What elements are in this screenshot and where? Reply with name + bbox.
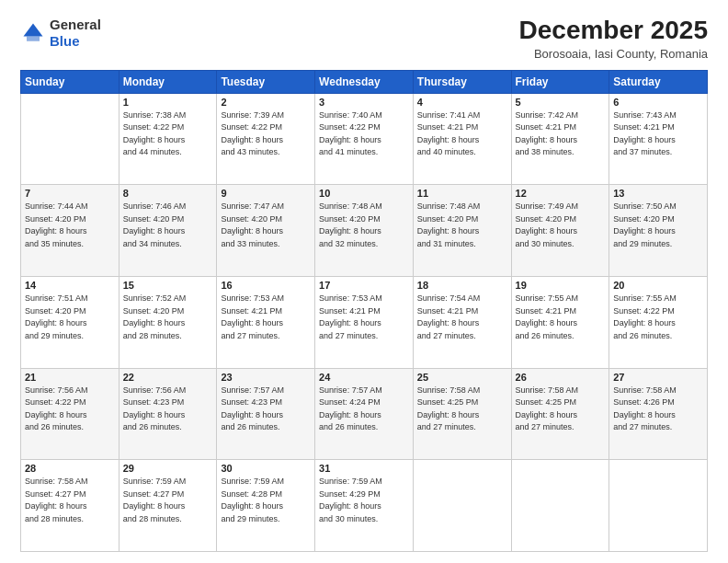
svg-rect-1 <box>27 37 40 41</box>
calendar-cell: 26Sunrise: 7:58 AM Sunset: 4:25 PM Dayli… <box>511 368 609 460</box>
calendar-cell <box>21 93 119 185</box>
calendar-cell: 18Sunrise: 7:54 AM Sunset: 4:21 PM Dayli… <box>413 277 511 369</box>
day-info: Sunrise: 7:56 AM Sunset: 4:22 PM Dayligh… <box>25 385 115 434</box>
calendar-cell: 7Sunrise: 7:44 AM Sunset: 4:20 PM Daylig… <box>21 185 119 277</box>
logo: General Blue <box>20 17 101 50</box>
day-info: Sunrise: 7:56 AM Sunset: 4:23 PM Dayligh… <box>123 385 213 434</box>
calendar-cell: 11Sunrise: 7:48 AM Sunset: 4:20 PM Dayli… <box>413 185 511 277</box>
day-number: 23 <box>221 372 311 383</box>
calendar-cell: 31Sunrise: 7:59 AM Sunset: 4:29 PM Dayli… <box>315 460 414 552</box>
calendar-cell: 10Sunrise: 7:48 AM Sunset: 4:20 PM Dayli… <box>315 185 414 277</box>
calendar-cell: 21Sunrise: 7:56 AM Sunset: 4:22 PM Dayli… <box>21 368 119 460</box>
day-number: 30 <box>221 463 311 474</box>
calendar-week-4: 21Sunrise: 7:56 AM Sunset: 4:22 PM Dayli… <box>21 368 708 460</box>
calendar-cell: 2Sunrise: 7:39 AM Sunset: 4:22 PM Daylig… <box>217 93 315 185</box>
calendar-cell: 20Sunrise: 7:55 AM Sunset: 4:22 PM Dayli… <box>609 277 708 369</box>
day-number: 28 <box>25 463 115 474</box>
day-info: Sunrise: 7:57 AM Sunset: 4:24 PM Dayligh… <box>319 385 409 434</box>
day-info: Sunrise: 7:43 AM Sunset: 4:21 PM Dayligh… <box>613 109 703 159</box>
calendar-week-1: 1Sunrise: 7:38 AM Sunset: 4:22 PM Daylig… <box>21 93 708 185</box>
day-number: 6 <box>613 97 703 108</box>
calendar-cell: 17Sunrise: 7:53 AM Sunset: 4:21 PM Dayli… <box>315 277 414 369</box>
day-number: 29 <box>123 463 213 474</box>
day-number: 4 <box>417 97 507 108</box>
calendar-cell: 12Sunrise: 7:49 AM Sunset: 4:20 PM Dayli… <box>511 185 609 277</box>
day-info: Sunrise: 7:58 AM Sunset: 4:27 PM Dayligh… <box>25 476 115 525</box>
day-number: 7 <box>25 188 115 199</box>
day-number: 9 <box>221 188 311 199</box>
day-info: Sunrise: 7:42 AM Sunset: 4:21 PM Dayligh… <box>516 109 606 159</box>
calendar-cell: 14Sunrise: 7:51 AM Sunset: 4:20 PM Dayli… <box>21 277 119 369</box>
day-number: 24 <box>319 372 409 383</box>
calendar-cell: 22Sunrise: 7:56 AM Sunset: 4:23 PM Dayli… <box>119 368 217 460</box>
day-info: Sunrise: 7:40 AM Sunset: 4:22 PM Dayligh… <box>319 109 409 159</box>
day-info: Sunrise: 7:57 AM Sunset: 4:23 PM Dayligh… <box>221 385 311 434</box>
day-info: Sunrise: 7:46 AM Sunset: 4:20 PM Dayligh… <box>123 201 213 250</box>
day-number: 20 <box>613 280 703 291</box>
logo-general: General <box>50 17 101 32</box>
page-title: December 2025 <box>519 17 708 45</box>
day-info: Sunrise: 7:55 AM Sunset: 4:22 PM Dayligh… <box>613 293 703 342</box>
day-number: 2 <box>221 97 311 108</box>
day-number: 18 <box>417 280 507 291</box>
day-number: 21 <box>25 372 115 383</box>
day-info: Sunrise: 7:58 AM Sunset: 4:25 PM Dayligh… <box>516 385 606 434</box>
day-info: Sunrise: 7:48 AM Sunset: 4:20 PM Dayligh… <box>319 201 409 250</box>
calendar-week-3: 14Sunrise: 7:51 AM Sunset: 4:20 PM Dayli… <box>21 277 708 369</box>
day-info: Sunrise: 7:38 AM Sunset: 4:22 PM Dayligh… <box>123 109 213 159</box>
day-number: 3 <box>319 97 409 108</box>
day-number: 5 <box>516 97 606 108</box>
day-number: 13 <box>613 188 703 199</box>
calendar-cell: 8Sunrise: 7:46 AM Sunset: 4:20 PM Daylig… <box>119 185 217 277</box>
day-number: 15 <box>123 280 213 291</box>
col-sunday: Sunday <box>21 70 119 93</box>
col-wednesday: Wednesday <box>315 70 414 93</box>
day-number: 16 <box>221 280 311 291</box>
day-info: Sunrise: 7:48 AM Sunset: 4:20 PM Dayligh… <box>417 201 507 250</box>
day-info: Sunrise: 7:50 AM Sunset: 4:20 PM Dayligh… <box>613 201 703 250</box>
col-thursday: Thursday <box>413 70 511 93</box>
day-number: 17 <box>319 280 409 291</box>
day-info: Sunrise: 7:59 AM Sunset: 4:27 PM Dayligh… <box>123 476 213 525</box>
calendar-cell: 6Sunrise: 7:43 AM Sunset: 4:21 PM Daylig… <box>609 93 708 185</box>
day-number: 27 <box>613 372 703 383</box>
calendar-cell <box>609 460 708 552</box>
logo-icon <box>20 20 46 46</box>
day-info: Sunrise: 7:55 AM Sunset: 4:21 PM Dayligh… <box>516 293 606 342</box>
header-row: Sunday Monday Tuesday Wednesday Thursday… <box>21 70 708 93</box>
svg-marker-0 <box>24 24 43 37</box>
day-info: Sunrise: 7:53 AM Sunset: 4:21 PM Dayligh… <box>319 293 409 342</box>
calendar-cell: 19Sunrise: 7:55 AM Sunset: 4:21 PM Dayli… <box>511 277 609 369</box>
day-info: Sunrise: 7:58 AM Sunset: 4:25 PM Dayligh… <box>417 385 507 434</box>
day-info: Sunrise: 7:59 AM Sunset: 4:28 PM Dayligh… <box>221 476 311 525</box>
day-number: 8 <box>123 188 213 199</box>
day-number: 19 <box>516 280 606 291</box>
day-number: 14 <box>25 280 115 291</box>
calendar-cell: 1Sunrise: 7:38 AM Sunset: 4:22 PM Daylig… <box>119 93 217 185</box>
calendar-cell: 9Sunrise: 7:47 AM Sunset: 4:20 PM Daylig… <box>217 185 315 277</box>
day-info: Sunrise: 7:41 AM Sunset: 4:21 PM Dayligh… <box>417 109 507 159</box>
header: General Blue December 2025 Borosoaia, Ia… <box>20 17 708 61</box>
col-saturday: Saturday <box>609 70 708 93</box>
col-monday: Monday <box>119 70 217 93</box>
logo-text: General Blue <box>50 17 101 50</box>
page-subtitle: Borosoaia, Iasi County, Romania <box>519 47 708 61</box>
calendar-cell <box>511 460 609 552</box>
calendar-cell: 30Sunrise: 7:59 AM Sunset: 4:28 PM Dayli… <box>217 460 315 552</box>
calendar-cell: 27Sunrise: 7:58 AM Sunset: 4:26 PM Dayli… <box>609 368 708 460</box>
day-info: Sunrise: 7:44 AM Sunset: 4:20 PM Dayligh… <box>25 201 115 250</box>
logo-blue: Blue <box>50 33 80 49</box>
day-info: Sunrise: 7:49 AM Sunset: 4:20 PM Dayligh… <box>516 201 606 250</box>
calendar-header: Sunday Monday Tuesday Wednesday Thursday… <box>21 70 708 93</box>
calendar-cell: 23Sunrise: 7:57 AM Sunset: 4:23 PM Dayli… <box>217 368 315 460</box>
calendar-cell: 28Sunrise: 7:58 AM Sunset: 4:27 PM Dayli… <box>21 460 119 552</box>
day-number: 10 <box>319 188 409 199</box>
day-number: 31 <box>319 463 409 474</box>
calendar-cell: 16Sunrise: 7:53 AM Sunset: 4:21 PM Dayli… <box>217 277 315 369</box>
calendar-week-5: 28Sunrise: 7:58 AM Sunset: 4:27 PM Dayli… <box>21 460 708 552</box>
day-number: 26 <box>516 372 606 383</box>
day-number: 22 <box>123 372 213 383</box>
calendar-cell: 25Sunrise: 7:58 AM Sunset: 4:25 PM Dayli… <box>413 368 511 460</box>
col-tuesday: Tuesday <box>217 70 315 93</box>
day-info: Sunrise: 7:54 AM Sunset: 4:21 PM Dayligh… <box>417 293 507 342</box>
